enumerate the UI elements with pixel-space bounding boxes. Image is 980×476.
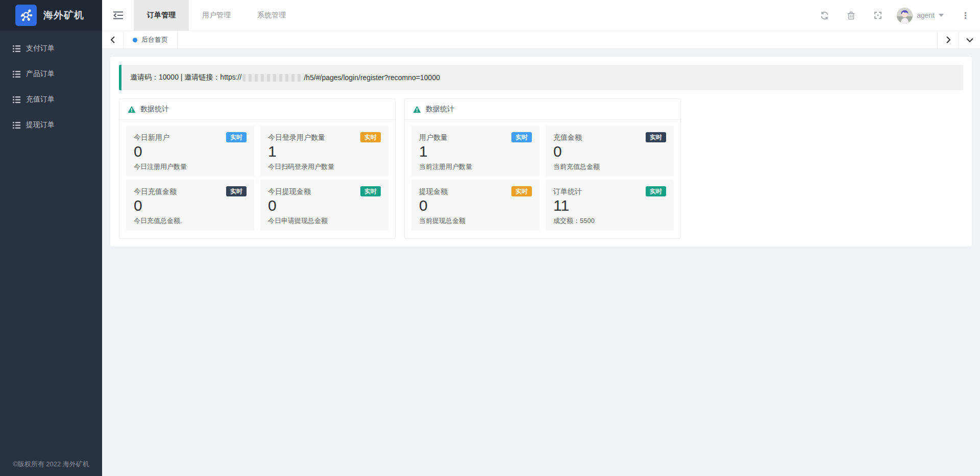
redacted-domain bbox=[242, 74, 303, 82]
top-nav-tab-1[interactable]: 用户管理 bbox=[189, 0, 244, 31]
active-dot-icon bbox=[133, 38, 137, 42]
stat-tile: 用户数量 实时 1 当前注册用户数量 bbox=[411, 126, 540, 177]
stat-tile-subtitle: 当前注册用户数量 bbox=[419, 162, 532, 171]
stat-card-header: 数据统计 bbox=[119, 99, 395, 120]
stat-cards-row: 数据统计 今日新用户 实时 0 今日注册用户数量 今日登录用户数量 实时 1 今… bbox=[119, 98, 963, 239]
realtime-badge: 实时 bbox=[511, 186, 532, 196]
stat-tile: 今日提现金额 实时 0 今日申请提现总金额 bbox=[260, 180, 388, 231]
sidebar-item-label: 提现订单 bbox=[26, 120, 55, 130]
sidebar-item-3[interactable]: 提现订单 bbox=[0, 112, 102, 138]
tags-menu-icon[interactable] bbox=[959, 31, 980, 48]
refresh-icon[interactable] bbox=[820, 11, 829, 20]
top-nav-tab-2[interactable]: 系统管理 bbox=[244, 0, 299, 31]
stat-tile-label: 今日充值金额 bbox=[134, 186, 177, 196]
stat-tile-subtitle: 当前充值总金额 bbox=[553, 162, 666, 171]
list-icon bbox=[13, 96, 20, 103]
header-actions: agent ⋮ bbox=[820, 0, 980, 31]
warning-triangle-icon bbox=[413, 106, 421, 113]
list-icon bbox=[13, 122, 20, 129]
main-area: 订单管理 用户管理 系统管理 bbox=[102, 0, 980, 476]
top-header: 订单管理 用户管理 系统管理 bbox=[102, 0, 980, 31]
tab-home[interactable]: 后台首页 bbox=[124, 31, 178, 48]
invite-banner: 邀请码：10000 | 邀请链接：https:///h5/#/pages/log… bbox=[119, 65, 963, 90]
stat-tile-label: 充值金额 bbox=[553, 132, 582, 142]
stat-tile-value: 0 bbox=[419, 197, 532, 215]
realtime-badge: 实时 bbox=[646, 132, 666, 142]
more-options-icon[interactable]: ⋮ bbox=[961, 11, 970, 20]
sidebar-item-2[interactable]: 充值订单 bbox=[0, 87, 102, 112]
trash-icon[interactable] bbox=[847, 11, 856, 20]
stat-tile-label: 今日提现金额 bbox=[268, 186, 311, 196]
sidebar-menu: 支付订单 产品订单 充值订单 提现订单 bbox=[0, 31, 102, 138]
sidebar-item-label: 产品订单 bbox=[26, 69, 55, 79]
top-nav-tabs: 订单管理 用户管理 系统管理 bbox=[134, 0, 299, 31]
list-icon bbox=[13, 45, 20, 52]
stat-tile-subtitle: 当前提现总金额 bbox=[419, 216, 532, 226]
stat-tile-value: 0 bbox=[268, 197, 381, 215]
tags-scroll-right-icon[interactable] bbox=[937, 31, 959, 48]
stat-tile-value: 0 bbox=[134, 197, 247, 215]
realtime-badge: 实时 bbox=[226, 186, 247, 196]
stat-tile-label: 今日登录用户数量 bbox=[268, 132, 325, 142]
sidebar-item-label: 支付订单 bbox=[26, 44, 55, 53]
list-icon bbox=[13, 71, 20, 78]
realtime-badge: 实时 bbox=[360, 186, 381, 196]
stat-tile-value: 1 bbox=[268, 143, 381, 161]
sidebar-item-1[interactable]: 产品订单 bbox=[0, 61, 102, 87]
tag-bar: 后台首页 bbox=[102, 31, 980, 49]
stat-card-body: 用户数量 实时 1 当前注册用户数量 充值金额 实时 0 当前充值总金额 提现金… bbox=[405, 120, 680, 238]
realtime-badge: 实时 bbox=[511, 132, 532, 142]
stat-tile-label: 订单统计 bbox=[553, 186, 582, 196]
tags-scroll-left-icon[interactable] bbox=[102, 31, 124, 48]
stat-tile: 今日充值金额 实时 0 今日充值总金额. bbox=[126, 180, 254, 231]
user-menu[interactable]: agent bbox=[897, 8, 944, 23]
chevron-down-icon bbox=[939, 14, 944, 17]
stat-tile-label: 今日新用户 bbox=[134, 132, 169, 142]
sidebar: 海外矿机 支付订单 产品订单 充值订单 提现订单 bbox=[0, 0, 102, 476]
stat-card-body: 今日新用户 实时 0 今日注册用户数量 今日登录用户数量 实时 1 今日扫码登录… bbox=[119, 120, 395, 238]
stat-tile-label: 提现金额 bbox=[419, 186, 448, 196]
realtime-badge: 实时 bbox=[226, 132, 247, 142]
stat-card-title: 数据统计 bbox=[140, 105, 169, 114]
realtime-badge: 实时 bbox=[646, 186, 666, 196]
user-name: agent bbox=[917, 11, 935, 19]
realtime-badge: 实时 bbox=[360, 132, 381, 142]
stat-card-header: 数据统计 bbox=[405, 99, 680, 120]
stat-tile: 充值金额 实时 0 当前充值总金额 bbox=[546, 126, 674, 177]
stat-tile-value: 1 bbox=[419, 143, 532, 161]
stat-tile-subtitle: 今日扫码登录用户数量 bbox=[268, 162, 381, 171]
sidebar-item-label: 充值订单 bbox=[26, 95, 55, 104]
dashboard-panel: 邀请码：10000 | 邀请链接：https:///h5/#/pages/log… bbox=[110, 57, 972, 246]
stat-tile-subtitle: 成交额：5500 bbox=[553, 216, 666, 226]
stat-tile-value: 0 bbox=[553, 143, 666, 161]
sidebar-item-0[interactable]: 支付订单 bbox=[0, 36, 102, 61]
page-content: 邀请码：10000 | 邀请链接：https:///h5/#/pages/log… bbox=[102, 49, 980, 476]
tab-home-label: 后台首页 bbox=[141, 35, 168, 44]
fullscreen-icon[interactable] bbox=[873, 11, 883, 20]
stat-card-0: 数据统计 今日新用户 实时 0 今日注册用户数量 今日登录用户数量 实时 1 今… bbox=[119, 98, 396, 239]
logo-area: 海外矿机 bbox=[0, 0, 102, 31]
tagbar-spacer bbox=[178, 31, 937, 48]
warning-triangle-icon bbox=[128, 106, 136, 113]
avatar bbox=[897, 8, 913, 23]
copyright-text: ©版权所有 2022 海外矿机 bbox=[0, 460, 102, 469]
stat-tile: 订单统计 实时 11 成交额：5500 bbox=[546, 180, 674, 231]
app-title: 海外矿机 bbox=[43, 9, 84, 22]
top-nav-tab-0[interactable]: 订单管理 bbox=[134, 0, 189, 31]
stat-tile: 提现金额 实时 0 当前提现总金额 bbox=[411, 180, 540, 231]
stat-tile-subtitle: 今日充值总金额. bbox=[134, 216, 247, 226]
stat-tile: 今日登录用户数量 实时 1 今日扫码登录用户数量 bbox=[260, 126, 388, 177]
stat-tile-value: 11 bbox=[553, 197, 666, 215]
stat-card-1: 数据统计 用户数量 实时 1 当前注册用户数量 充值金额 实时 0 当前充值总金… bbox=[404, 98, 681, 239]
app-logo-icon bbox=[15, 5, 37, 26]
stat-tile-subtitle: 今日申请提现总金额 bbox=[268, 216, 381, 226]
invite-text-suffix: /h5/#/pages/login/register?recomno=10000 bbox=[304, 73, 440, 82]
stat-tile: 今日新用户 实时 0 今日注册用户数量 bbox=[126, 126, 254, 177]
invite-text-prefix: 邀请码：10000 | 邀请链接：https:// bbox=[130, 73, 241, 82]
stat-card-title: 数据统计 bbox=[426, 105, 454, 114]
stat-tile-label: 用户数量 bbox=[419, 132, 448, 142]
sidebar-collapse-icon[interactable] bbox=[102, 0, 134, 31]
stat-tile-subtitle: 今日注册用户数量 bbox=[134, 162, 247, 171]
stat-tile-value: 0 bbox=[134, 143, 247, 161]
